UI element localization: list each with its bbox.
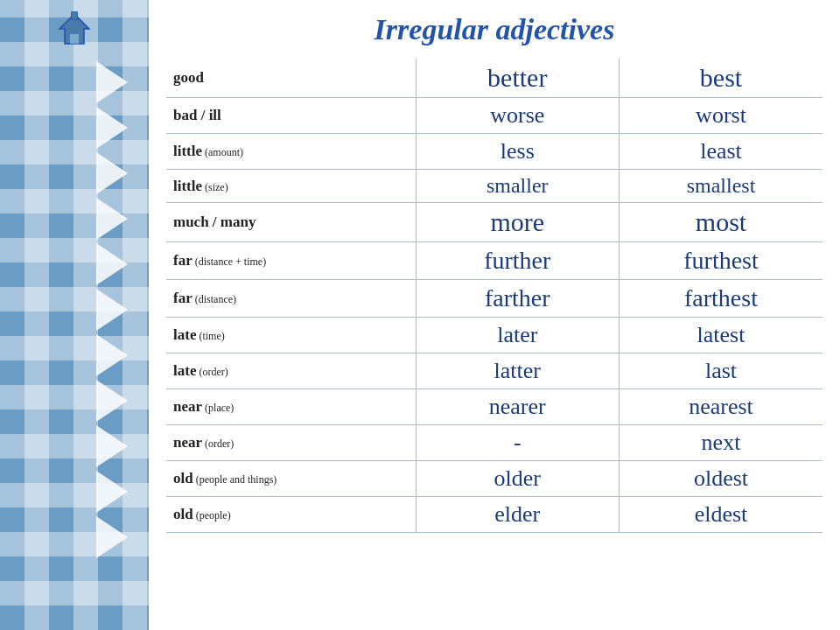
comparative-cell: further bbox=[416, 242, 620, 280]
comparative-cell: better bbox=[416, 59, 620, 98]
superlative-cell: last bbox=[620, 354, 823, 389]
base-form-cell: little (size) bbox=[166, 170, 416, 203]
base-word: late bbox=[173, 362, 196, 379]
base-form-cell: little (amount) bbox=[166, 134, 416, 170]
base-form-cell: old (people and things) bbox=[166, 461, 416, 497]
base-form-cell: near (order) bbox=[166, 425, 416, 461]
arrow-8 bbox=[96, 380, 128, 422]
arrows-container bbox=[79, 0, 149, 630]
comparative-cell: more bbox=[416, 203, 620, 242]
table-row: old (people)eldereldest bbox=[166, 497, 822, 533]
base-word: little bbox=[173, 143, 202, 159]
base-note: (place) bbox=[202, 402, 234, 414]
superlative-cell: smallest bbox=[620, 170, 823, 203]
arrow-6 bbox=[96, 289, 128, 331]
arrow-9 bbox=[96, 425, 128, 467]
base-form-cell: far (distance) bbox=[166, 280, 416, 318]
base-word: much / many bbox=[173, 214, 256, 230]
base-form-cell: far (distance + time) bbox=[166, 242, 416, 280]
base-word: little bbox=[173, 178, 202, 194]
main-content: Irregular adjectives goodbetterbestbad /… bbox=[149, 0, 840, 630]
base-note: (order) bbox=[202, 438, 234, 450]
table-row: bad / illworseworst bbox=[166, 98, 822, 134]
comparative-cell: nearer bbox=[416, 389, 620, 425]
superlative-cell: worst bbox=[620, 98, 823, 134]
superlative-cell: oldest bbox=[620, 461, 823, 497]
table-row: far (distance + time)furtherfurthest bbox=[166, 242, 822, 280]
arrow-5 bbox=[96, 243, 128, 285]
arrow-7 bbox=[96, 334, 128, 376]
superlative-cell: best bbox=[620, 59, 823, 98]
superlative-cell: nearest bbox=[620, 389, 823, 425]
base-word: far bbox=[173, 290, 192, 306]
comparative-cell: older bbox=[416, 461, 620, 497]
arrow-1 bbox=[96, 61, 128, 103]
table-row: near (order)-next bbox=[166, 425, 822, 461]
base-word: near bbox=[173, 398, 202, 415]
table-row: late (order)latterlast bbox=[166, 354, 822, 389]
svg-rect-1 bbox=[70, 34, 79, 44]
arrow-4 bbox=[96, 198, 128, 240]
base-form-cell: late (time) bbox=[166, 318, 416, 354]
arrow-10 bbox=[96, 471, 128, 513]
svg-rect-2 bbox=[72, 12, 78, 19]
base-word: good bbox=[173, 69, 204, 86]
arrow-3 bbox=[96, 152, 128, 194]
base-word: near bbox=[173, 434, 202, 451]
table-row: old (people and things)olderoldest bbox=[166, 461, 822, 497]
base-note: (order) bbox=[196, 366, 228, 378]
base-note: (time) bbox=[196, 330, 224, 342]
table-row: late (time)laterlatest bbox=[166, 318, 822, 354]
superlative-cell: most bbox=[620, 203, 823, 242]
page-title: Irregular adjectives bbox=[166, 13, 822, 46]
base-form-cell: bad / ill bbox=[166, 98, 416, 134]
comparative-cell: latter bbox=[416, 354, 620, 389]
base-word: far bbox=[173, 252, 192, 269]
table-row: near (place)nearernearest bbox=[166, 389, 822, 425]
adjectives-table: goodbetterbestbad / illworseworstlittle … bbox=[166, 59, 822, 533]
base-note: (amount) bbox=[202, 146, 243, 158]
comparative-cell: farther bbox=[416, 280, 620, 318]
base-note: (distance) bbox=[192, 293, 236, 305]
superlative-cell: next bbox=[620, 425, 823, 461]
base-form-cell: much / many bbox=[166, 203, 416, 242]
superlative-cell: eldest bbox=[620, 497, 823, 533]
arrow-11 bbox=[96, 516, 128, 558]
superlative-cell: furthest bbox=[620, 242, 823, 280]
base-form-cell: near (place) bbox=[166, 389, 416, 425]
comparative-cell: smaller bbox=[416, 170, 620, 203]
base-word: old bbox=[173, 506, 193, 522]
base-note: (distance + time) bbox=[192, 256, 266, 268]
comparative-cell: worse bbox=[416, 98, 620, 134]
base-note: (size) bbox=[202, 181, 228, 193]
base-form-cell: good bbox=[166, 59, 416, 98]
superlative-cell: latest bbox=[620, 318, 823, 354]
comparative-cell: elder bbox=[416, 497, 620, 533]
base-word: bad / ill bbox=[173, 107, 221, 123]
base-note: (people and things) bbox=[193, 473, 277, 486]
table-row: far (distance)fartherfarthest bbox=[166, 280, 822, 318]
superlative-cell: least bbox=[620, 134, 823, 170]
base-form-cell: late (order) bbox=[166, 354, 416, 389]
comparative-cell: later bbox=[416, 318, 620, 354]
table-row: little (amount)lessleast bbox=[166, 134, 822, 170]
base-word: old bbox=[173, 470, 193, 486]
table-row: goodbetterbest bbox=[166, 59, 822, 98]
comparative-cell: - bbox=[416, 425, 620, 461]
table-row: little (size)smallersmallest bbox=[166, 170, 822, 203]
base-word: late bbox=[173, 326, 196, 343]
table-row: much / manymoremost bbox=[166, 203, 822, 242]
comparative-cell: less bbox=[416, 134, 620, 170]
superlative-cell: farthest bbox=[620, 280, 823, 318]
decorative-panel bbox=[0, 0, 149, 630]
base-note: (people) bbox=[193, 509, 231, 522]
arrow-2 bbox=[96, 107, 128, 149]
base-form-cell: old (people) bbox=[166, 497, 416, 533]
